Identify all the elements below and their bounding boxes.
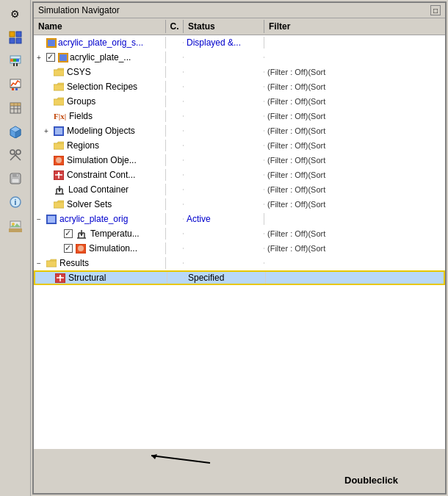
svg-rect-11 bbox=[10, 79, 21, 87]
row-name-text-r3: CSYS bbox=[67, 67, 91, 77]
tree-row[interactable]: Simulation... (Filter : Off)(Sort bbox=[34, 241, 445, 256]
svg-rect-45 bbox=[54, 85, 64, 90]
tree-row[interactable]: Constraint Cont... (Filter : Off)(Sort bbox=[34, 168, 445, 182]
row-filter-r9: (Filter : Off)(Sort bbox=[264, 155, 445, 165]
row-name-text-r6: Fields bbox=[69, 111, 93, 121]
tree-row[interactable]: + acrylic_plate_... bbox=[34, 50, 445, 65]
row-c-r13 bbox=[166, 218, 184, 220]
row-filter-r8: (Filter : Off)(Sort bbox=[264, 140, 445, 151]
checkbox-r15 bbox=[64, 244, 73, 253]
row-filter-r2 bbox=[264, 57, 445, 58]
arrow-container: Doubleclick bbox=[37, 452, 442, 489]
tree-row[interactable]: Groups (Filter : Off)(Sort bbox=[34, 94, 445, 109]
title-bar: Simulation Navigator □ bbox=[34, 3, 445, 18]
tree-content: acrylic_plate_orig_s... Displayed &... +… bbox=[34, 35, 445, 449]
tree-row[interactable]: Regions (Filter : Off)(Sort bbox=[34, 138, 445, 153]
row-name-r6: F|x| Fields bbox=[34, 110, 166, 122]
disk-icon[interactable] bbox=[4, 168, 27, 190]
annotation-area: Doubleclick bbox=[34, 449, 445, 493]
close-button[interactable]: □ bbox=[430, 5, 441, 15]
left-toolbar: ⚙ bbox=[0, 0, 31, 496]
tree-row[interactable]: Selection Recipes (Filter : Off)(Sort bbox=[34, 79, 445, 94]
row-filter-r3: (Filter : Off)(Sort bbox=[264, 67, 445, 77]
svg-rect-21 bbox=[14, 103, 18, 106]
svg-marker-62 bbox=[58, 190, 61, 192]
row-name-r8: Regions bbox=[34, 140, 166, 151]
temp-icon-r14 bbox=[76, 229, 87, 239]
row-c-r6 bbox=[166, 115, 184, 117]
svg-rect-65 bbox=[48, 216, 55, 223]
expand-r2[interactable]: + bbox=[37, 54, 44, 62]
grid-view-icon[interactable] bbox=[4, 26, 27, 48]
tree-row[interactable]: + Modeling Objects (Filter : Off)(Sort bbox=[34, 123, 445, 138]
svg-text:F|x|: F|x| bbox=[54, 112, 66, 121]
row-name-r1: acrylic_plate_orig_s... bbox=[34, 37, 166, 48]
row-c-r11 bbox=[166, 189, 184, 190]
folder-icon-r8 bbox=[54, 141, 64, 150]
expand-r16[interactable]: − bbox=[37, 259, 44, 267]
row-c-r17 bbox=[167, 277, 185, 278]
row-filter-r6: (Filter : Off)(Sort bbox=[264, 111, 445, 121]
tree-row-structural[interactable]: Structural Specified bbox=[34, 270, 445, 285]
row-status-r9 bbox=[184, 159, 264, 161]
settings-icon[interactable]: ⚙ bbox=[4, 3, 27, 25]
svg-rect-22 bbox=[18, 103, 21, 106]
tree-row[interactable]: acrylic_plate_orig_s... Displayed &... bbox=[34, 35, 445, 50]
svg-rect-3 bbox=[16, 38, 21, 43]
row-c-r3 bbox=[166, 71, 184, 73]
load-icon-r11 bbox=[54, 185, 65, 195]
row-name-text-r7: Modeling Objects bbox=[67, 126, 135, 136]
svg-rect-43 bbox=[59, 54, 67, 61]
row-name-r9: Simulation Obje... bbox=[34, 154, 166, 166]
row-filter-r12: (Filter : Off)(Sort bbox=[264, 199, 445, 209]
expand-r12 bbox=[44, 201, 51, 209]
tree-row[interactable]: Solver Sets (Filter : Off)(Sort bbox=[34, 197, 445, 212]
simulation-navigator-panel: Simulation Navigator □ Name C. Status Fi… bbox=[32, 1, 447, 495]
info-icon[interactable]: i bbox=[4, 191, 27, 213]
svg-rect-39 bbox=[9, 229, 22, 232]
scissors-icon[interactable] bbox=[4, 144, 27, 166]
expand-r11 bbox=[44, 186, 51, 194]
row-name-r17: Structural bbox=[35, 272, 167, 284]
palette-icon[interactable] bbox=[4, 50, 27, 72]
expand-r7[interactable]: + bbox=[44, 127, 51, 135]
folder-icon-r3 bbox=[54, 68, 64, 76]
col-header-name: Name bbox=[34, 20, 166, 33]
svg-point-73 bbox=[78, 245, 84, 251]
tree-row[interactable]: Simulation Obje... (Filter : Off)(Sort bbox=[34, 153, 445, 168]
expand-r8 bbox=[44, 142, 51, 150]
tree-row[interactable]: Load Container (Filter : Off)(Sort bbox=[34, 182, 445, 197]
row-filter-r16 bbox=[264, 262, 445, 264]
cube-icon[interactable] bbox=[4, 121, 27, 143]
svg-rect-2 bbox=[10, 38, 15, 43]
svg-text:i: i bbox=[14, 198, 16, 206]
row-filter-r14: (Filter : Off)(Sort bbox=[264, 229, 445, 239]
tree-row[interactable]: CSYS (Filter : Off)(Sort bbox=[34, 65, 445, 79]
image-icon[interactable] bbox=[4, 215, 27, 237]
col-header-filter: Filter bbox=[264, 20, 445, 33]
chart-icon[interactable] bbox=[4, 73, 27, 96]
tree-row[interactable]: Temperatu... (Filter : Off)(Sort bbox=[34, 226, 445, 241]
checkbox-r14 bbox=[64, 229, 73, 238]
row-filter-r13 bbox=[264, 218, 445, 220]
row-name-r15: Simulation... bbox=[34, 242, 166, 254]
row-name-text-r17: Structural bbox=[68, 273, 106, 283]
orange-sim-icon bbox=[46, 38, 57, 48]
tree-row[interactable]: − acrylic_plate_orig Active bbox=[34, 212, 445, 226]
expand-r13[interactable]: − bbox=[37, 215, 44, 223]
svg-rect-32 bbox=[12, 179, 19, 183]
row-status-r5 bbox=[184, 101, 264, 102]
checkbox-r2 bbox=[46, 53, 55, 62]
row-status-r3 bbox=[184, 71, 264, 73]
row-name-r16: − Results bbox=[34, 257, 166, 269]
tree-row[interactable]: F|x| Fields (Filter : Off)(Sort bbox=[34, 109, 445, 123]
svg-rect-8 bbox=[16, 59, 19, 62]
row-filter-r7: (Filter : Off)(Sort bbox=[264, 126, 445, 136]
row-c-r2 bbox=[166, 57, 184, 58]
annotation-text: Doubleclick bbox=[344, 475, 398, 486]
orange-sim-icon2 bbox=[58, 53, 68, 62]
row-c-r7 bbox=[166, 130, 184, 132]
table-icon[interactable] bbox=[4, 97, 27, 119]
expand-r6 bbox=[44, 112, 51, 121]
tree-row[interactable]: − Results bbox=[34, 256, 445, 270]
